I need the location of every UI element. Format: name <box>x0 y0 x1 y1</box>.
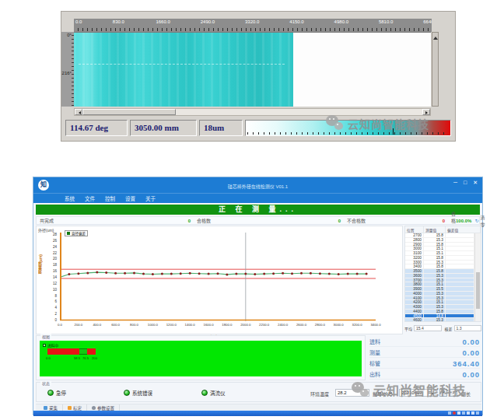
stat-segment: 合格率100.0% <box>448 217 474 224</box>
y-tick-label: 20 <box>53 257 57 261</box>
system-tray <box>448 411 479 415</box>
table-cell: 4000 <box>405 292 424 296</box>
range-field: 极差 1.3 <box>445 325 482 331</box>
counter-value: 0.00 <box>463 338 481 346</box>
tray-icon[interactable] <box>457 411 460 415</box>
window-title: 硅芯棒外径在线检测仪 V01.1 <box>33 183 482 190</box>
table-cell <box>446 282 474 286</box>
tray-icon[interactable] <box>476 411 479 415</box>
zone-bar-label: 58.5 <box>74 356 80 360</box>
table-cell: 15.3 <box>424 318 446 321</box>
measurement-table: 位置测量值偏差值 270015.8280015.3290015.8300015.… <box>404 226 481 322</box>
table-cell: 4400 <box>405 310 424 313</box>
tray-icon[interactable] <box>467 411 470 415</box>
led-label: 系统错误 <box>132 389 152 397</box>
scroll-left-arrow-icon[interactable] <box>75 109 82 115</box>
gear-icon <box>92 406 96 410</box>
x-tick-label: 1200.0 <box>166 323 177 327</box>
chart-y-ticks: 2826242220181614121086420 <box>47 233 58 321</box>
stat-value: 0 <box>188 219 191 223</box>
minimize-button[interactable]: ─ <box>453 180 457 186</box>
ruler-tick-label: 4980.0 <box>334 19 348 24</box>
ruler-tick-label: 2490.0 <box>201 19 215 24</box>
legend-label: 直径偏差 <box>72 231 86 236</box>
stats-bar: 共完成0合格数0不合格数0合格率100.0% <box>37 217 474 224</box>
table-cell <box>446 292 474 296</box>
table-cell: 4200 <box>405 300 424 304</box>
table-cell: 15.1 <box>424 251 446 255</box>
x-tick-label: 1000.0 <box>148 323 158 327</box>
counter-row: 出料0.00 <box>369 369 480 380</box>
stat-value: 0 <box>338 219 341 223</box>
counter-value: 0.00 <box>463 348 481 357</box>
table-cell: 15.8 <box>424 310 446 313</box>
table-cell: 2700 <box>405 233 424 237</box>
maximize-button[interactable]: □ <box>464 180 467 186</box>
app-window: 知 硅芯棒外径在线检测仪 V01.1 ─ □ ✕ 系统文件控制设置关于 正 在 … <box>33 177 483 415</box>
table-cell: 4300 <box>405 305 424 309</box>
table-cell <box>446 314 474 318</box>
y-tick-label: 24 <box>53 244 57 248</box>
os-taskbar[interactable] <box>33 411 482 416</box>
table-cell: 15.3 <box>424 296 446 300</box>
plus-icon <box>68 406 72 410</box>
table-cell: 4600 <box>405 318 424 321</box>
status-group-label: 状态 <box>40 380 51 386</box>
table-cell <box>446 247 474 250</box>
scroll-right-arrow-icon[interactable] <box>422 109 430 115</box>
counter-label: 标管 <box>369 359 380 367</box>
table-scroll-thumb[interactable] <box>476 272 480 309</box>
angle-label: 216° <box>62 71 72 75</box>
close-button[interactable]: ✕ <box>473 180 478 186</box>
table-cell: 15.3 <box>424 278 446 282</box>
menu-item[interactable]: 关于 <box>145 194 156 202</box>
y-tick-label: 26 <box>53 238 57 242</box>
table-cell: 3200 <box>405 256 424 260</box>
table-cell <box>446 296 474 300</box>
watermark: 云知尚智能科技 <box>352 380 466 399</box>
menu-item[interactable]: 设置 <box>125 194 135 202</box>
table-summary: 平均 15.4 极差 1.3 <box>404 324 481 333</box>
measuring-banner: 正 在 测 量... <box>36 205 480 215</box>
x-tick-label: 200.0 <box>75 323 83 327</box>
tray-icon[interactable] <box>453 411 456 415</box>
checkbox-icon[interactable] <box>43 344 46 347</box>
ruler-tick-label: 5810.0 <box>379 19 393 24</box>
table-cell: 4500 <box>405 314 424 318</box>
table-cell <box>446 300 474 304</box>
menu-item[interactable]: 文件 <box>85 194 95 202</box>
table-cell: 15.8 <box>424 233 446 237</box>
counter-label: 测量 <box>369 348 380 356</box>
table-cell: 3400 <box>405 264 424 268</box>
scrollbar-thumb[interactable] <box>82 109 176 115</box>
menu-item[interactable]: 系统 <box>65 194 75 202</box>
scan-canvas <box>74 32 431 107</box>
x-tick-label: 1800.0 <box>222 323 232 327</box>
tray-icon[interactable] <box>462 411 465 415</box>
table-scrollbar[interactable] <box>474 233 481 321</box>
led-label: 急停 <box>56 389 66 397</box>
table-cell <box>446 318 474 321</box>
status-led: 涡流仪 <box>201 389 226 397</box>
table-cell <box>446 274 474 278</box>
menu-item[interactable]: 控制 <box>105 194 115 202</box>
table-cell: 3900 <box>405 287 424 291</box>
tray-icon[interactable] <box>471 411 474 415</box>
y-tick-label: 14 <box>53 275 57 279</box>
table-cell <box>446 264 474 268</box>
y-tick-label: 8 <box>54 293 57 297</box>
tray-icon[interactable] <box>448 411 451 415</box>
table-cell: 3800 <box>405 282 424 286</box>
table-cell: 3100 <box>405 251 424 255</box>
table-cell: 15.3 <box>424 305 446 309</box>
vertical-scrollbar[interactable] <box>432 32 439 107</box>
zone-red-left <box>47 348 79 355</box>
table-row[interactable]: 460015.3 <box>405 318 474 321</box>
zone-bar-label: 200 <box>92 356 97 360</box>
table-cell <box>446 261 474 264</box>
table-cell <box>446 305 474 309</box>
table-cell: 15.1 <box>424 282 446 286</box>
scanner-vertical-ruler: 0°216° <box>61 32 74 107</box>
page: 0.0830.01660.02490.03320.04150.04980.058… <box>0 0 504 420</box>
title-bar[interactable]: 知 硅芯棒外径在线检测仪 V01.1 ─ □ ✕ <box>33 177 482 193</box>
